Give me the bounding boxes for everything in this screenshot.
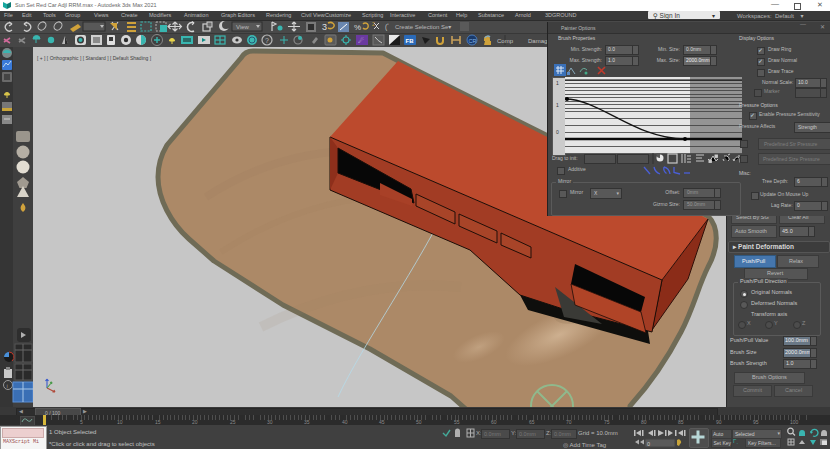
- svg-text:(ʹ: (ʹ: [385, 23, 388, 31]
- svg-text:i: i: [7, 383, 8, 389]
- svg-text:☄: ☄: [358, 36, 364, 44]
- svg-text:Create Selection Se▾: Create Selection Se▾: [395, 24, 451, 30]
- svg-text:?: ?: [265, 37, 269, 44]
- svg-text:CR: CR: [469, 38, 477, 44]
- svg-text:Comp: Comp: [497, 38, 514, 44]
- svg-text:FB: FB: [406, 38, 415, 44]
- svg-text:%: %: [354, 23, 361, 32]
- svg-text:2: 2: [372, 21, 375, 27]
- svg-text:3: 3: [322, 22, 327, 32]
- svg-text:View: View: [236, 24, 250, 30]
- svg-text:0: 0: [647, 441, 650, 447]
